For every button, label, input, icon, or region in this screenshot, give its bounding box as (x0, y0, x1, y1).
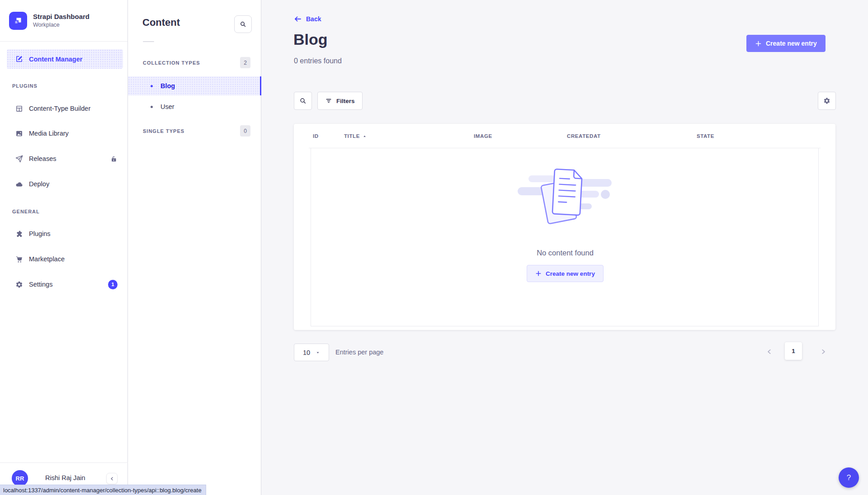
caret-down-icon (316, 350, 320, 355)
sidebar-item-label: Plugins (29, 230, 118, 237)
user-avatar[interactable]: RR (12, 470, 28, 486)
subnav-search-button[interactable] (234, 15, 252, 33)
column-header-createdat[interactable]: CREATEDAT (567, 133, 601, 139)
sidebar-item-releases[interactable]: Releases (7, 150, 123, 168)
chevron-right-icon (820, 347, 826, 357)
chevron-left-icon (110, 476, 114, 481)
edit-pencil-icon (15, 55, 23, 63)
view-settings-button[interactable] (818, 92, 836, 110)
empty-state: No content found Create new entry (311, 159, 819, 282)
back-link[interactable]: Back (294, 15, 321, 23)
main-content: Back Blog 0 entries found Create new ent… (261, 0, 868, 495)
workspace-header[interactable]: Strapi Dashboard Workplace (0, 0, 127, 42)
sidebar-item-label: Content-Type Builder (29, 105, 118, 112)
settings-notification-badge: 1 (108, 280, 118, 289)
divider (143, 41, 154, 42)
single-types-label: SINGLE TYPES (143, 128, 184, 134)
subnav-item-blog[interactable]: Blog (128, 76, 261, 95)
sidebar-item-label: Settings (29, 281, 102, 288)
column-header-state[interactable]: STATE (697, 133, 714, 139)
table-header-row: ID TITLE IMAGE CREATEDAT STATE (309, 124, 821, 148)
subnav-item-user[interactable]: User (128, 97, 261, 116)
page-size-select[interactable]: 10 (294, 344, 329, 361)
empty-documents-illustration (512, 159, 618, 235)
create-new-entry-button[interactable]: Create new entry (746, 35, 826, 52)
sidebar-item-content-type-builder[interactable]: Content-Type Builder (7, 99, 123, 118)
lock-icon (109, 155, 118, 163)
filter-icon (325, 97, 332, 104)
page-size-value: 10 (303, 349, 310, 356)
sidebar-item-label: Deploy (29, 180, 118, 188)
image-icon (15, 129, 23, 137)
arrow-left-icon (294, 15, 302, 23)
column-header-title[interactable]: TITLE (344, 133, 367, 139)
layout-icon (15, 104, 23, 113)
sidebar-section-general: GENERAL (12, 209, 40, 214)
page-1-button[interactable]: 1 (785, 342, 802, 360)
main-sidebar: Strapi Dashboard Workplace Content Manag… (0, 0, 128, 495)
paper-plane-icon (15, 155, 23, 163)
cloud-icon (15, 180, 23, 188)
back-label: Back (306, 15, 321, 23)
sidebar-item-content-manager[interactable]: Content Manager (7, 49, 123, 69)
empty-create-entry-button[interactable]: Create new entry (527, 265, 604, 282)
sidebar-item-plugins[interactable]: Plugins (7, 225, 123, 243)
gear-icon (823, 97, 830, 104)
sidebar-section-plugins: PLUGINS (12, 83, 38, 89)
sort-ascending-icon (363, 134, 367, 138)
sidebar-item-label: Media Library (29, 130, 118, 137)
subnav-item-label: Blog (160, 82, 175, 90)
page-title: Blog (293, 31, 328, 48)
subnav-title: Content (142, 17, 180, 28)
content-subnav: Content COLLECTION TYPES 2 Blog User SIN… (128, 0, 261, 495)
subnav-item-label: User (160, 103, 175, 110)
search-icon (240, 21, 246, 28)
sidebar-item-marketplace[interactable]: Marketplace (7, 250, 123, 268)
table-body: No content found Create new entry (311, 148, 819, 326)
empty-create-entry-label: Create new entry (546, 270, 595, 277)
collapse-sidebar-button[interactable] (106, 473, 118, 484)
sidebar-item-deploy[interactable]: Deploy (7, 175, 123, 193)
create-new-entry-label: Create new entry (766, 40, 817, 47)
sidebar-item-label: Content Manager (29, 56, 118, 63)
column-header-id[interactable]: ID (313, 133, 319, 139)
bullet-icon (151, 85, 153, 87)
column-header-image[interactable]: IMAGE (474, 133, 492, 139)
table-search-button[interactable] (294, 92, 312, 110)
previous-page-button[interactable] (766, 347, 773, 358)
app-title: Strapi Dashboard (33, 13, 90, 21)
sidebar-item-label: Releases (29, 155, 104, 162)
filters-button[interactable]: Filters (317, 92, 363, 110)
sidebar-item-media-library[interactable]: Media Library (7, 124, 123, 142)
collection-types-label: COLLECTION TYPES (143, 60, 200, 66)
workspace-name: Workplace (33, 21, 90, 28)
help-button[interactable]: ? (839, 467, 859, 488)
single-types-count: 0 (240, 125, 250, 137)
search-icon (299, 97, 307, 104)
shopping-cart-icon (15, 255, 23, 263)
strapi-logo-icon (9, 12, 27, 30)
filters-label: Filters (336, 98, 355, 104)
user-name[interactable]: Rishi Raj Jain (45, 474, 85, 481)
empty-state-message: No content found (311, 249, 819, 257)
entries-count: 0 entries found (294, 57, 342, 65)
sidebar-item-label: Marketplace (29, 255, 118, 263)
plus-icon (535, 270, 542, 277)
plus-icon (755, 40, 762, 47)
entries-table-card: ID TITLE IMAGE CREATEDAT STATE (294, 124, 835, 330)
gear-icon (15, 280, 23, 288)
page-size-label: Entries per page (335, 349, 383, 356)
bullet-icon (151, 106, 153, 108)
chevron-left-icon (766, 347, 773, 357)
puzzle-icon (15, 230, 23, 238)
sidebar-item-settings[interactable]: Settings 1 (7, 275, 123, 293)
browser-status-bar: localhost:1337/admin/content-manager/col… (0, 485, 206, 495)
next-page-button[interactable] (820, 347, 826, 358)
collection-types-count: 2 (240, 57, 250, 68)
